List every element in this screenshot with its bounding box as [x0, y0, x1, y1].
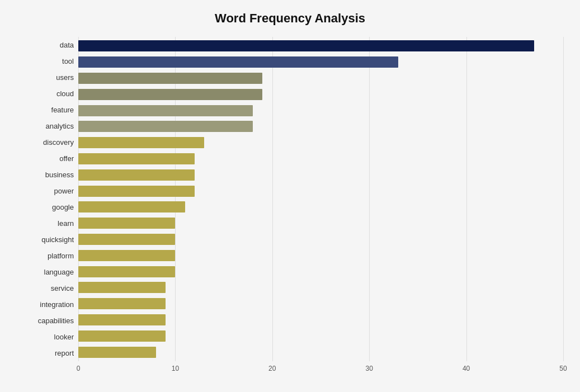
y-label-looker: looker [17, 330, 74, 344]
y-label-discovery: discovery [17, 135, 74, 150]
bar-feature [78, 105, 253, 116]
x-tick-0: 0 [77, 365, 81, 372]
y-label-report: report [17, 346, 74, 361]
x-tick-50: 50 [559, 365, 567, 372]
bar-integration [78, 298, 166, 309]
y-label-cloud: cloud [17, 87, 74, 101]
y-label-business: business [17, 168, 74, 182]
y-label-offer: offer [17, 152, 74, 166]
bar-row-service [78, 280, 563, 295]
x-tick-30: 30 [366, 365, 373, 372]
x-tick-40: 40 [463, 365, 470, 372]
y-label-data: data [17, 38, 74, 53]
bar-data [78, 40, 534, 51]
bar-row-report [78, 345, 563, 360]
bar-row-feature [78, 103, 563, 118]
y-label-language: language [17, 265, 74, 280]
chart-title: Word Frequency Analysis [17, 11, 563, 26]
bar-row-google [78, 200, 563, 214]
bar-row-quicksight [78, 232, 563, 247]
y-label-capabilities: capabilities [17, 314, 74, 328]
bar-google [78, 201, 185, 212]
y-axis-labels: datatooluserscloudfeatureanalyticsdiscov… [17, 37, 78, 361]
bar-row-discovery [78, 135, 563, 150]
bar-row-users [78, 71, 563, 86]
bar-language [78, 266, 175, 277]
bar-platform [78, 250, 175, 261]
bar-row-platform [78, 248, 563, 263]
bar-row-analytics [78, 119, 563, 134]
bar-tool [78, 56, 398, 68]
y-label-quicksight: quicksight [17, 233, 74, 247]
bar-business [78, 169, 195, 181]
bar-row-capabilities [78, 313, 563, 327]
bar-discovery [78, 137, 204, 148]
bar-row-offer [78, 152, 563, 166]
bar-capabilities [78, 314, 166, 325]
grid-line-50 [563, 37, 564, 361]
bar-report [78, 347, 156, 358]
y-label-integration: integration [17, 297, 74, 312]
bars-and-grid [78, 37, 563, 361]
bar-quicksight [78, 234, 175, 245]
y-label-learn: learn [17, 216, 74, 231]
bar-row-language [78, 265, 563, 279]
bar-row-tool [78, 55, 563, 69]
bar-row-integration [78, 296, 563, 311]
bar-looker [78, 330, 166, 342]
y-label-service: service [17, 281, 74, 296]
bar-offer [78, 153, 195, 164]
x-tick-20: 20 [268, 365, 276, 372]
y-label-power: power [17, 184, 74, 199]
bar-service [78, 282, 166, 293]
bar-power [78, 186, 195, 197]
chart-container: Word Frequency Analysis datatoolusersclo… [0, 0, 580, 392]
bar-row-learn [78, 216, 563, 230]
y-label-feature: feature [17, 103, 74, 117]
y-label-analytics: analytics [17, 119, 74, 134]
bar-row-power [78, 184, 563, 199]
y-label-google: google [17, 200, 74, 215]
bar-users [78, 73, 262, 84]
y-label-users: users [17, 70, 74, 85]
x-tick-10: 10 [172, 365, 179, 372]
bar-row-cloud [78, 87, 563, 102]
bar-learn [78, 218, 175, 229]
bars-column [78, 37, 563, 361]
bar-row-business [78, 168, 563, 182]
y-label-platform: platform [17, 249, 74, 263]
chart-area: datatooluserscloudfeatureanalyticsdiscov… [17, 37, 563, 361]
x-axis: 01020304050 [78, 365, 563, 376]
grid-and-bars [78, 37, 563, 361]
bar-row-data [78, 39, 563, 53]
bar-analytics [78, 121, 253, 132]
bar-cloud [78, 89, 262, 100]
y-label-tool: tool [17, 54, 74, 69]
bar-row-looker [78, 329, 563, 343]
